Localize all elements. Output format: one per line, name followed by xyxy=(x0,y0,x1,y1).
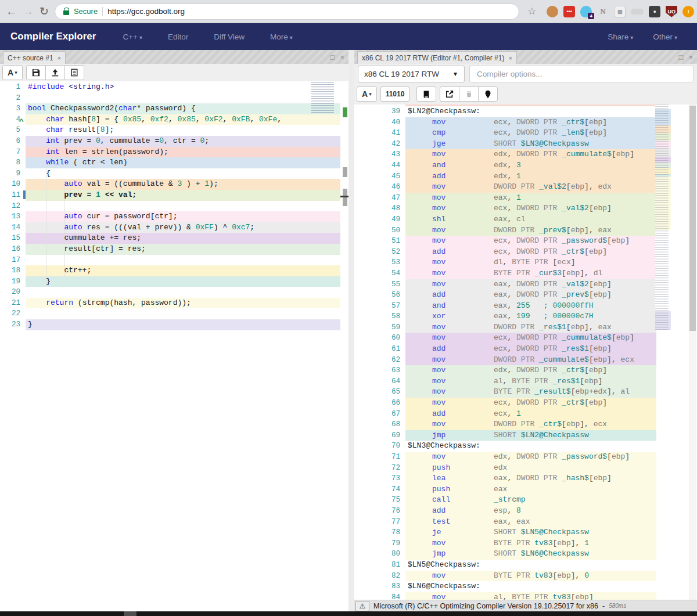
browser-back-icon[interactable]: ← xyxy=(6,5,17,18)
maximize-icon[interactable]: □ xyxy=(679,53,684,62)
ghost-extension-icon[interactable]: 4 xyxy=(580,6,592,17)
line-number: 19 xyxy=(0,276,26,287)
asm-scrollbar-thumb[interactable] xyxy=(689,106,696,331)
dark-app-extension-icon[interactable]: ● xyxy=(649,6,660,17)
pill-extension-icon[interactable] xyxy=(631,9,644,15)
warning-icon[interactable]: ⚠ xyxy=(355,601,369,611)
n-extension-icon[interactable]: N xyxy=(597,6,609,17)
asm-tab-title: x86 CL 19 2017 RTW (Editor #1, Compiler … xyxy=(362,54,504,62)
line-number: 47 xyxy=(354,193,405,204)
bottom-scrollbar[interactable] xyxy=(0,611,697,616)
asm-line: 39$LN2@Checkpassw: xyxy=(354,106,697,117)
code-text: auto res = (((val + prev)) & 0xFF) ^ 0xc… xyxy=(28,223,254,232)
asm-line-content: addecx, 1 xyxy=(405,409,697,420)
asm-opcode: mov xyxy=(432,257,445,268)
asm-tab[interactable]: x86 CL 19 2017 RTW (Editor #1, Compiler … xyxy=(357,51,517,64)
code-line: 10 auto val = ((cummulate & 3 ) + 1); xyxy=(0,179,348,190)
bookmark-star-icon[interactable]: ☆ xyxy=(527,5,536,17)
asm-line-content: movDWORD PTR _prev$[ebp], eax xyxy=(405,225,697,236)
asm-opcode: and xyxy=(432,160,445,171)
nav-item-other[interactable]: Other▾ xyxy=(653,33,677,41)
code-text: } xyxy=(28,277,51,286)
asm-line: 46movDWORD PTR _val$2[ebp], edx xyxy=(354,182,697,193)
minimap-stripe xyxy=(655,174,671,176)
asm-operands: BYTE PTR _cur$3[ebp], dl xyxy=(494,268,602,279)
line-number: 18 xyxy=(0,265,26,276)
asm-extra-group xyxy=(440,87,498,102)
code-line-content: auto cur = password[ctr]; xyxy=(26,211,348,222)
asm-opcode: mov xyxy=(432,376,445,387)
source-toolbar: A▾ xyxy=(0,64,348,81)
font-size-button[interactable]: A▾ xyxy=(2,65,23,80)
code-line: 18 ctr++; xyxy=(0,265,348,276)
external-link-button[interactable] xyxy=(440,87,459,102)
fold-caret-icon[interactable]: ^ xyxy=(19,117,24,126)
asm-opcode: xor xyxy=(432,311,445,322)
asm-line-content: addeax, DWORD PTR _prev$[ebp] xyxy=(405,290,697,301)
source-editor[interactable]: 1#include <string.h>23bool Checkpassword… xyxy=(0,81,348,611)
pin-button[interactable] xyxy=(478,87,498,102)
asm-line-content: movdl, BYTE PTR [ecx] xyxy=(405,257,697,268)
asm-operands: DWORD PTR _val$2[ebp], edx xyxy=(494,182,612,193)
nav-item-more[interactable]: More▾ xyxy=(270,33,293,41)
pane-divider[interactable] xyxy=(348,50,354,611)
asm-line: 47moveax, 1 xyxy=(354,193,697,204)
asm-operands: ecx, DWORD PTR _ctr$[ebp] xyxy=(494,247,607,258)
trash-button[interactable] xyxy=(459,87,479,102)
nav-item-editor[interactable]: Editor xyxy=(168,33,188,41)
bottom-scrollbar-thumb[interactable] xyxy=(124,611,136,616)
asm-line: 42jgeSHORT $LN3@Checkpassw xyxy=(354,139,697,150)
asm-operands: ecx, DWORD PTR _len$[ebp] xyxy=(494,128,607,139)
page-extension-icon[interactable]: ▤ xyxy=(614,6,626,17)
red-dots-extension-icon[interactable]: ••• xyxy=(563,6,575,17)
minimap-stripe xyxy=(655,230,671,311)
asm-operands: ecx, DWORD PTR _ctr$[ebp] xyxy=(494,398,607,409)
nav-item-share[interactable]: Share▾ xyxy=(608,33,633,41)
asm-operands: ecx, DWORD PTR _res$1[ebp] xyxy=(494,344,612,355)
asm-line: 68movDWORD PTR _ctr$[ebp], ecx xyxy=(354,419,697,430)
asm-line: 57andeax, 255 ; 000000ffH xyxy=(354,301,697,312)
asm-line: 67addecx, 1 xyxy=(354,409,697,420)
asm-opcode: mov xyxy=(432,398,445,409)
ruler-mark xyxy=(340,196,348,197)
close-icon[interactable]: × xyxy=(688,53,693,62)
asm-line-content: pushedx xyxy=(405,463,697,474)
nav-item-diff-view[interactable]: Diff View xyxy=(214,33,245,41)
source-tab[interactable]: C++ source #1 × xyxy=(3,51,66,64)
code-line-content: prev = 1 << val; xyxy=(26,190,348,201)
source-minimap[interactable] xyxy=(311,82,340,114)
line-number: 14 xyxy=(0,222,26,233)
line-number: 57 xyxy=(354,301,405,312)
asm-scrollbar[interactable] xyxy=(689,105,696,600)
save-button[interactable] xyxy=(26,65,46,80)
shield-extension-icon[interactable]: UO2 xyxy=(666,6,677,17)
asm-minimap[interactable] xyxy=(655,105,671,330)
browser-forward-icon[interactable]: → xyxy=(23,5,34,18)
code-text: { xyxy=(28,169,51,178)
asm-editor[interactable]: 39$LN2@Checkpassw:40movecx, DWORD PTR _c… xyxy=(354,105,697,600)
asm-font-size-button[interactable]: A▾ xyxy=(357,87,377,102)
nav-item-c-[interactable]: C++▾ xyxy=(123,33,142,41)
source-tab-close-icon[interactable]: × xyxy=(58,55,61,62)
compiler-options-input[interactable] xyxy=(469,66,694,82)
compiler-select[interactable]: x86 CL 19 2017 RTW ▼ xyxy=(358,66,465,82)
binary-toggle-button[interactable]: 11010 xyxy=(380,87,410,102)
asm-line-content: jgeSHORT $LN3@Checkpassw xyxy=(405,139,697,150)
close-icon[interactable]: × xyxy=(340,53,344,62)
code-line-content: } xyxy=(26,319,348,330)
overview-ruler[interactable] xyxy=(340,81,348,611)
asm-tab-close-icon[interactable]: × xyxy=(508,55,512,62)
libraries-button[interactable] xyxy=(416,87,436,102)
code-line-content xyxy=(26,255,348,266)
clipboard-icon xyxy=(70,69,78,77)
maximize-icon[interactable]: □ xyxy=(330,53,335,62)
paste-button[interactable] xyxy=(64,65,84,80)
cookie-extension-icon[interactable] xyxy=(547,6,558,17)
load-button[interactable] xyxy=(45,65,65,80)
address-bar[interactable]: Secure https://gcc.godbolt.org xyxy=(55,3,519,20)
asm-line: 58xoreax, 199 ; 000000c7H xyxy=(354,311,697,322)
browser-reload-icon[interactable]: ↻ xyxy=(39,5,49,18)
alert-extension-icon[interactable]: ! xyxy=(682,6,694,17)
code-text: #include <string.h> xyxy=(28,82,114,91)
asm-opcode: mov xyxy=(432,571,445,582)
